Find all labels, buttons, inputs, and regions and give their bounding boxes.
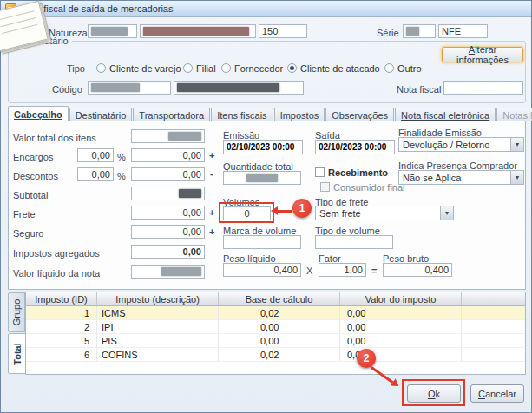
- plus-symbol: +: [209, 150, 214, 161]
- encargos-value-field[interactable]: 0,00: [131, 148, 205, 162]
- radio-fornecedor[interactable]: Fornecedor: [221, 62, 283, 74]
- valor-liquido-field[interactable]: [131, 265, 205, 279]
- consumidor-final-checkbox[interactable]: Consumidor final: [320, 181, 405, 193]
- natureza-number-field[interactable]: 150: [259, 24, 307, 38]
- cell-imposto-descricao: ICMS: [97, 306, 219, 319]
- checkbox-icon: [320, 182, 330, 192]
- tab-nota-fiscal-eletronica[interactable]: Nota fiscal eletrônica: [395, 108, 496, 121]
- cell-imposto-descricao: IPI: [97, 320, 219, 333]
- table-row[interactable]: 2 IPI 0,00 0,00: [26, 320, 525, 334]
- table-row[interactable]: 6 COFINS 0,02 0,00: [26, 348, 525, 362]
- fator-field[interactable]: 1,00: [319, 263, 366, 277]
- marca-volume-field[interactable]: [223, 235, 301, 249]
- cell-filler: [462, 334, 525, 347]
- title-bar[interactable]: Nota fiscal de saída de mercadorias: [1, 1, 531, 17]
- col-header-base-calculo[interactable]: Base de cálculo: [219, 292, 340, 305]
- table-row[interactable]: 5 PIS 0,00 0,00: [26, 334, 525, 348]
- annotation-step-1: 1: [292, 199, 312, 218]
- tipo-label: Tipo: [67, 63, 85, 74]
- codigo-field[interactable]: [88, 81, 171, 95]
- cell-valor-imposto: 0,00: [340, 320, 462, 333]
- annotation-arrow-1: [278, 210, 292, 213]
- cell-valor-imposto: 0,00: [340, 306, 462, 319]
- tab-label: Cabeçalho: [14, 109, 62, 120]
- radio-cliente-atacado[interactable]: Cliente de atacado: [287, 62, 380, 74]
- chevron-down-icon[interactable]: ▾: [440, 206, 453, 220]
- tab-label: Impostos: [280, 110, 319, 121]
- alterar-informacoes-button[interactable]: Alterar informações: [442, 47, 523, 62]
- emissao-field[interactable]: 02/10/2023 00:00: [223, 140, 303, 154]
- consumidor-final-label: Consumidor final: [333, 182, 405, 193]
- tab-label: Destinatário: [76, 110, 127, 121]
- radio-outro[interactable]: Outro: [384, 62, 422, 74]
- tab-transportadora[interactable]: Transportadora: [133, 108, 210, 121]
- frete-field[interactable]: 0,00: [131, 206, 205, 220]
- doc-type-field[interactable]: NFE: [438, 24, 488, 38]
- natureza-description-field[interactable]: [140, 24, 256, 38]
- chevron-glyph: ▾: [445, 209, 449, 217]
- subtotal-field[interactable]: [131, 187, 205, 200]
- cell-base-calculo: 0,00: [219, 334, 340, 347]
- col-header-imposto-descricao[interactable]: Imposto (descrição): [97, 292, 219, 305]
- cell-imposto-descricao: PIS: [97, 334, 219, 347]
- nota-fiscal-field[interactable]: [443, 81, 523, 95]
- side-tab-total[interactable]: Total: [8, 333, 26, 374]
- cancel-button[interactable]: Cancelar: [470, 384, 524, 403]
- impostos-agregados-label: Impostos agregados: [13, 248, 100, 259]
- equals-symbol: =: [371, 266, 377, 276]
- descontos-percent-field[interactable]: 0,00: [77, 167, 114, 181]
- cell-valor-imposto: 0,00: [340, 334, 462, 347]
- radio-icon: [287, 63, 297, 73]
- tab-observacoes[interactable]: Observações: [325, 108, 394, 121]
- window-title: Nota fiscal de saída de mercadorias: [21, 3, 173, 14]
- col-header-imposto-id[interactable]: Imposto (ID): [26, 292, 97, 305]
- tipo-volume-field[interactable]: [315, 235, 393, 249]
- paper-line: [2, 24, 37, 34]
- chevron-down-icon[interactable]: ▾: [510, 171, 523, 184]
- tab-label: Notas Referenciadas: [502, 110, 532, 121]
- tab-cabecalho[interactable]: Cabeçalho: [8, 106, 69, 121]
- finalidade-emissao-select[interactable]: Devolução / Retorno ▾: [398, 137, 524, 152]
- serie-field[interactable]: [403, 24, 436, 38]
- side-tab-label: Grupo: [11, 299, 22, 326]
- radio-label: Outro: [397, 63, 422, 74]
- redacted-value: [406, 27, 419, 36]
- quantidade-total-field[interactable]: [223, 171, 301, 185]
- chevron-down-icon[interactable]: ▾: [510, 138, 523, 151]
- indica-presenca-select[interactable]: Não se Aplica ▾: [398, 170, 524, 185]
- impostos-agregados-field[interactable]: 0,00: [131, 245, 205, 259]
- redacted-value: [91, 83, 140, 92]
- minus-symbol: -: [210, 168, 213, 179]
- codigo-label: Código: [52, 84, 82, 95]
- cell-imposto-id: 2: [26, 320, 97, 333]
- tipo-frete-select[interactable]: Sem frete ▾: [315, 206, 454, 220]
- side-tab-grupo[interactable]: Grupo: [8, 292, 25, 332]
- col-header-valor-imposto[interactable]: Valor do imposto: [340, 292, 462, 305]
- tab-label: Observações: [332, 110, 388, 121]
- cell-base-calculo: 0,02: [219, 348, 340, 361]
- radio-icon: [221, 63, 231, 73]
- cell-base-calculo: 0,02: [219, 306, 340, 319]
- redacted-value: [161, 267, 201, 276]
- seguro-field[interactable]: 0,00: [131, 225, 205, 239]
- saida-field[interactable]: 02/10/2023 00:00: [315, 140, 395, 154]
- peso-liquido-field[interactable]: 0,400: [223, 263, 301, 277]
- descontos-value-field[interactable]: 0,00: [131, 167, 205, 181]
- table-header-row: Imposto (ID) Imposto (descrição) Base de…: [26, 292, 525, 306]
- radio-filial[interactable]: Filial: [183, 62, 216, 74]
- tab-label: Nota fiscal eletrônica: [401, 110, 489, 121]
- valor-total-itens-field[interactable]: [131, 129, 205, 143]
- side-tab-label: Total: [12, 343, 23, 364]
- recebimento-checkbox[interactable]: Recebimento: [315, 167, 388, 178]
- encargos-percent-field[interactable]: 0,00: [77, 148, 114, 162]
- table-row[interactable]: 1 ICMS 0,02 0,00: [26, 306, 525, 320]
- col-header-filler: [462, 292, 525, 305]
- tab-impostos[interactable]: Impostos: [274, 108, 325, 121]
- destinatario-nome-field[interactable]: [174, 81, 304, 95]
- radio-cliente-varejo[interactable]: Cliente de varejo: [96, 62, 181, 74]
- cell-imposto-id: 6: [26, 348, 97, 361]
- natureza-code-field[interactable]: [88, 24, 137, 38]
- peso-bruto-field[interactable]: 0,400: [383, 263, 452, 277]
- tab-itens-fiscais[interactable]: Itens fiscais: [211, 108, 273, 121]
- tab-destinatario[interactable]: Destinatário: [69, 108, 133, 121]
